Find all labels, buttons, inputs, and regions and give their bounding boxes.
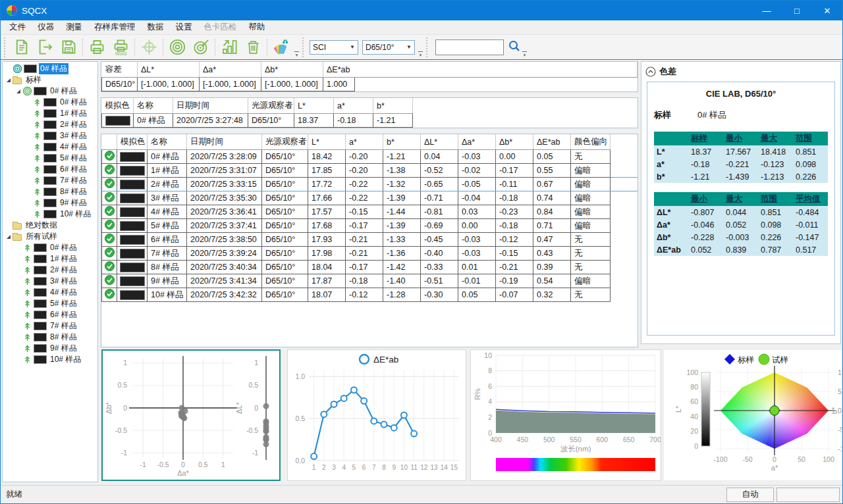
results-row[interactable]: 8# 样品2020/7/25 3:40:34D65/10°18.04-0.17-… [102, 261, 638, 274]
results-row[interactable]: 10# 样品2020/7/25 3:42:32D65/10°18.07-0.12… [102, 288, 638, 302]
tree-item[interactable]: 8# 样品 [3, 186, 97, 197]
toolbar-chart-button[interactable] [217, 36, 241, 59]
tree-item[interactable]: 4# 样品 [3, 287, 97, 298]
toolbar-calibrate-button[interactable] [165, 36, 189, 59]
check-icon [105, 247, 115, 257]
tolerance-value: D65/10° [102, 78, 138, 91]
menu-数据[interactable]: 数据 [142, 20, 170, 34]
toolbar-new-document-button[interactable] [9, 36, 33, 59]
toolbar-measure-target-button[interactable] [189, 36, 213, 59]
tree-item[interactable]: 标样 [3, 74, 97, 86]
tree-item[interactable]: 9# 样品 [3, 197, 97, 209]
tree-item[interactable]: 3# 样品 [3, 276, 97, 287]
svg-text:试样: 试样 [772, 355, 789, 365]
stats-col-header: 范围 [793, 132, 828, 145]
tree-item[interactable]: 8# 样品 [3, 332, 97, 343]
toolbar-overflow-icon[interactable]: ▾ [522, 51, 527, 57]
toolbar-export-button[interactable] [33, 36, 57, 59]
tree-item[interactable]: 3# 样品 [3, 130, 97, 141]
maximize-button[interactable]: □ [782, 1, 812, 20]
tree-item[interactable]: 0# 样品 [3, 242, 97, 253]
tree-item[interactable]: 0# 样品 [3, 63, 97, 74]
menu-帮助[interactable]: 帮助 [243, 20, 271, 34]
stats-col-header: 最小 [688, 192, 723, 206]
toolbar-save-button[interactable] [57, 36, 80, 59]
toolbar-delete-button[interactable] [241, 36, 265, 59]
sample-arrow-icon [32, 142, 42, 152]
delta-e-trend-chart-card[interactable]: ΔE*ab0.00.51.0123456789101112131415 [287, 349, 466, 481]
results-row[interactable]: 9# 样品2020/7/25 3:41:34D65/10°17.87-0.18-… [102, 274, 638, 288]
tree-item[interactable]: 1# 样品 [3, 108, 97, 119]
tree-expander-icon[interactable] [7, 78, 11, 82]
standard-col-header: a* [334, 98, 373, 114]
svg-text:0.5: 0.5 [295, 415, 305, 422]
tree-item[interactable]: 5# 样品 [3, 153, 97, 164]
tree-item[interactable]: 1# 样品 [3, 253, 97, 265]
close-button[interactable]: ✕ [812, 1, 842, 20]
toolbar-color-card-match-button[interactable] [269, 36, 293, 59]
tree-item[interactable]: 所有试样 [3, 231, 97, 242]
window-title: SQCX [22, 6, 47, 16]
svg-text:10: 10 [400, 464, 408, 471]
toolbar-print-word-button[interactable]: Word [109, 36, 132, 59]
svg-text:a*: a* [771, 464, 778, 472]
tree-item[interactable]: 6# 样品 [3, 164, 97, 175]
results-row[interactable]: 2# 样品2020/7/25 3:33:15D65/10°17.72-0.22-… [102, 178, 638, 191]
standard-col-header: 日期时间 [173, 98, 248, 114]
lab-gamut-chart-card[interactable]: 标样试样100806040200L*100500-50-100-100-5005… [663, 349, 842, 481]
cielab-report: CIE LAB, D65/10° 标样 0# 样品 标样最小最大范围L*18.3… [647, 82, 835, 336]
sci-value: SCI [313, 43, 326, 52]
toolbar-target-crosshair-button[interactable] [137, 36, 161, 59]
search-icon[interactable] [508, 39, 521, 53]
menu-仪器[interactable]: 仪器 [32, 20, 60, 34]
menu-测量[interactable]: 测量 [60, 20, 88, 34]
tree-item[interactable]: 2# 样品 [3, 265, 97, 276]
tree-expander-icon[interactable] [7, 235, 11, 239]
results-col-header: 颜色偏向 [571, 134, 611, 150]
tree-item[interactable]: 7# 样品 [3, 175, 97, 186]
color-swatch [120, 193, 145, 203]
minimize-button[interactable]: — [751, 1, 782, 20]
reflectance-chart-card[interactable]: 0246810400450500550600650700波长(nm)R% [470, 349, 661, 481]
tree-item[interactable]: 4# 样品 [3, 141, 97, 153]
results-row[interactable]: 4# 样品2020/7/25 3:36:41D65/10°17.57-0.15-… [102, 205, 638, 219]
sample-arrow-icon [22, 321, 32, 331]
svg-text:550: 550 [570, 436, 582, 443]
results-row[interactable]: 0# 样品2020/7/25 3:28:09D65/10°18.42-0.20-… [102, 150, 638, 164]
tolerance-col-header: Δa* [200, 62, 261, 78]
tree-item[interactable]: 10# 样品 [3, 209, 97, 220]
results-row[interactable]: 7# 样品2020/7/25 3:39:24D65/10°17.98-0.21-… [102, 247, 638, 261]
results-row[interactable]: 6# 样品2020/7/25 3:38:50D65/10°17.93-0.21-… [102, 233, 638, 247]
toolbar-overflow-icon[interactable]: ▾ [418, 51, 423, 57]
auto-button[interactable]: 自动 [726, 488, 774, 502]
search-input[interactable] [435, 39, 504, 55]
illuminant-select[interactable]: D65/10°▼ [362, 40, 415, 55]
tree-item[interactable]: 2# 样品 [3, 119, 97, 130]
check-icon [105, 192, 115, 202]
scatter-chart-card[interactable]: -1-1-0.5-0.5000.50.511Δa*Δb*-1-0.500.51Δ… [101, 349, 281, 481]
menu-文件[interactable]: 文件 [3, 20, 32, 34]
collapse-icon[interactable] [645, 66, 656, 77]
menu-设置[interactable]: 设置 [170, 20, 198, 34]
tree-item[interactable]: 7# 样品 [3, 320, 97, 332]
tree-item[interactable]: 5# 样品 [3, 298, 97, 309]
check-icon [105, 275, 115, 285]
toolbar-overflow-icon[interactable]: ▾ [294, 51, 299, 57]
results-row[interactable]: 3# 样品2020/7/25 3:35:30D65/10°17.66-0.22-… [102, 191, 638, 205]
tree-item[interactable]: 0# 样品 [3, 97, 97, 108]
results-row[interactable]: 1# 样品2020/7/25 3:31:07D65/10°17.85-0.20-… [102, 164, 638, 178]
tree-item-label: 8# 样品 [49, 332, 78, 343]
tree-item[interactable]: 0# 样品 [3, 86, 97, 97]
svg-text:-0.5: -0.5 [115, 426, 127, 434]
svg-text:1.0: 1.0 [295, 372, 305, 380]
tree-item[interactable]: 6# 样品 [3, 309, 97, 320]
statusbar: 就绪 自动 [1, 485, 842, 503]
menu-存样库管理[interactable]: 存样库管理 [88, 20, 142, 34]
svg-text:Δa*: Δa* [177, 469, 189, 477]
svg-text:40: 40 [690, 413, 698, 420]
results-row[interactable]: 5# 样品2020/7/25 3:37:41D65/10°17.68-0.17-… [102, 219, 638, 233]
toolbar-print-button[interactable] [85, 36, 109, 59]
tree-item[interactable]: 绝对数据 [3, 220, 97, 231]
tree-expander-icon[interactable] [16, 89, 20, 93]
sci-select[interactable]: SCI▼ [310, 40, 358, 55]
